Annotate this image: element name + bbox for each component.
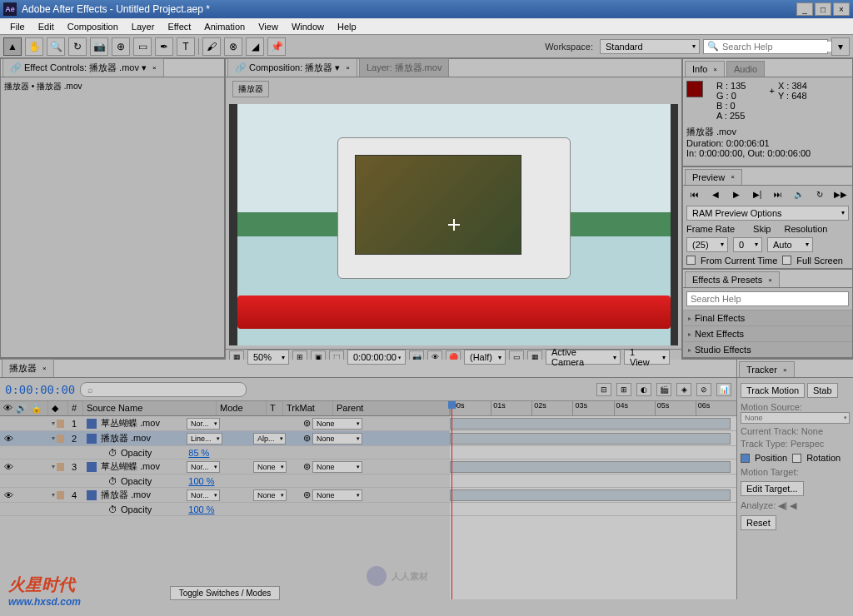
menu-help[interactable]: Help	[331, 20, 363, 33]
fx-folder[interactable]: ▸Studio Effects	[683, 341, 852, 357]
layer-tab[interactable]: Layer: 播放器.mov	[359, 58, 449, 77]
audio-button[interactable]: 🔊	[792, 189, 806, 201]
layer-row[interactable]: 👁 ▾ 3 草丛蝴蝶 .mov Nor... None ⊚ None	[0, 460, 450, 474]
menu-window[interactable]: Window	[285, 20, 331, 33]
stopwatch-icon[interactable]: ⏱	[108, 504, 117, 514]
ram-preview-dropdown[interactable]: RAM Preview Options	[686, 206, 849, 221]
workspace-dropdown[interactable]: Standard	[600, 39, 700, 54]
info-tab[interactable]: Info×	[685, 61, 725, 77]
pen-tool[interactable]: ✒	[155, 37, 173, 56]
close-icon[interactable]: ×	[783, 366, 787, 374]
reset-button[interactable]: Reset	[741, 515, 776, 530]
skip-dropdown[interactable]: 0	[733, 237, 762, 252]
trkmat-dropdown[interactable]: None	[253, 461, 287, 473]
motion-source-dropdown[interactable]: None	[741, 412, 850, 424]
tl-btn[interactable]: ⊞	[616, 383, 631, 396]
pickwhip-icon[interactable]: ⊚	[303, 489, 311, 500]
pickwhip-icon[interactable]: ⊚	[303, 461, 311, 472]
last-frame-button[interactable]: ⏭	[771, 189, 785, 201]
eraser-tool[interactable]: ◢	[246, 37, 264, 56]
parent-dropdown[interactable]: None	[312, 418, 362, 430]
menu-animation[interactable]: Animation	[197, 20, 252, 33]
preview-tab[interactable]: Preview×	[685, 169, 742, 185]
timeline-tab[interactable]: 播放器×	[2, 359, 54, 377]
pickwhip-icon[interactable]: ⊚	[303, 433, 311, 444]
close-tab-icon[interactable]: ×	[152, 64, 157, 72]
eye-icon[interactable]: 👁	[3, 434, 13, 444]
text-tool[interactable]: T	[177, 37, 195, 56]
comp-sub-tab[interactable]: 播放器	[232, 81, 269, 97]
layer-row[interactable]: 👁 ▾ 2 播放器 .mov Line... Alp... ⊚ None	[0, 431, 450, 446]
opacity-value[interactable]: 100 %	[188, 504, 214, 514]
layer-row[interactable]: ▾ 1 草丛蝴蝶 .mov Nor... ⊚ None	[0, 416, 450, 431]
eye-icon[interactable]: 👁	[3, 462, 13, 472]
parent-dropdown[interactable]: None	[312, 433, 362, 445]
mode-dropdown[interactable]: Nor...	[187, 418, 220, 430]
camera-dropdown[interactable]: Active Camera	[546, 350, 621, 365]
edit-target-button[interactable]: Edit Target...	[741, 481, 804, 496]
expand-icon[interactable]: ▾	[52, 463, 55, 470]
menu-layer[interactable]: Layer	[125, 20, 162, 33]
playhead[interactable]	[451, 401, 452, 599]
menu-composition[interactable]: Composition	[61, 20, 125, 33]
audio-tab[interactable]: Audio	[726, 61, 765, 77]
effect-controls-tab[interactable]: 🔗 Effect Controls: 播放器 .mov ▾ ×	[2, 58, 164, 77]
mask-tool[interactable]: ▭	[133, 37, 152, 56]
effects-presets-tab[interactable]: Effects & Presets×	[685, 271, 780, 287]
stopwatch-icon[interactable]: ⏱	[108, 448, 117, 458]
track-motion-button[interactable]: Track Motion	[741, 383, 805, 398]
zoom-dropdown[interactable]: 50%	[247, 350, 289, 365]
layer-row[interactable]: 👁 ▾ 4 播放器 .mov Nor... None ⊚ None	[0, 488, 450, 503]
tl-btn[interactable]: 🎬	[656, 383, 671, 396]
loop-button[interactable]: ↻	[813, 189, 826, 201]
stopwatch-icon[interactable]: ⏱	[108, 476, 117, 486]
prev-frame-button[interactable]: ◀	[709, 189, 722, 201]
menu-edit[interactable]: Edit	[32, 20, 61, 33]
eye-icon[interactable]: 👁	[3, 490, 13, 500]
menu-effect[interactable]: Effect	[161, 20, 197, 33]
resolution-dropdown[interactable]: (Half)	[464, 350, 506, 365]
search-help-input[interactable]	[722, 42, 837, 52]
position-checkbox[interactable]	[741, 454, 750, 463]
next-frame-button[interactable]: ▶|	[751, 189, 764, 201]
dropdown-icon[interactable]: ▾	[335, 62, 340, 73]
time-ruler[interactable]: 00s01s02s03s04s05s06s	[450, 401, 736, 416]
stabilize-button[interactable]: Stab	[807, 383, 838, 398]
pan-behind-tool[interactable]: ⊕	[112, 37, 130, 56]
help-dropdown-icon[interactable]: ▾	[831, 37, 850, 56]
expand-icon[interactable]: ▾	[52, 491, 55, 499]
maximize-button[interactable]: □	[815, 2, 831, 16]
close-icon[interactable]: ×	[713, 66, 717, 73]
mode-dropdown[interactable]: Nor...	[187, 489, 220, 501]
full-screen-checkbox[interactable]	[782, 256, 791, 265]
close-button[interactable]: ×	[833, 2, 850, 16]
composition-tab[interactable]: 🔗 Composition: 播放器 ▾ ×	[227, 58, 357, 77]
ram-preview-button[interactable]: ▶▶	[834, 189, 847, 201]
view-dropdown[interactable]: 1 View	[624, 350, 670, 365]
tl-btn[interactable]: ⊟	[596, 383, 611, 396]
analyze-fwd-icon[interactable]: ◀	[790, 500, 796, 510]
zoom-tool[interactable]: 🔍	[47, 37, 65, 56]
fx-folder[interactable]: ▸Final Effects	[683, 310, 852, 325]
parent-dropdown[interactable]: None	[312, 461, 362, 473]
clone-tool[interactable]: ⊗	[224, 37, 242, 56]
pickwhip-icon[interactable]: ⊚	[303, 418, 311, 429]
parent-dropdown[interactable]: None	[312, 489, 362, 501]
mode-dropdown[interactable]: Nor...	[187, 461, 220, 473]
timecode[interactable]: 0:00:00:00	[5, 383, 75, 396]
motion-blur-icon[interactable]: ⊘	[696, 383, 711, 396]
composition-viewer[interactable]	[229, 104, 678, 345]
menu-view[interactable]: View	[252, 20, 285, 33]
close-icon[interactable]: ×	[768, 276, 772, 284]
trkmat-dropdown[interactable]: Alp...	[253, 433, 286, 445]
close-icon[interactable]: ×	[731, 173, 735, 181]
effects-search-input[interactable]	[686, 291, 849, 306]
opacity-value[interactable]: 100 %	[188, 476, 214, 486]
graph-editor-icon[interactable]: 📊	[716, 383, 731, 396]
hand-tool[interactable]: ✋	[25, 37, 43, 56]
rotate-tool[interactable]: ↻	[68, 37, 87, 56]
selection-tool[interactable]: ▲	[3, 37, 22, 56]
minimize-button[interactable]: _	[796, 2, 813, 16]
puppet-tool[interactable]: 📌	[267, 37, 286, 56]
mode-dropdown[interactable]: Line...	[187, 433, 222, 445]
